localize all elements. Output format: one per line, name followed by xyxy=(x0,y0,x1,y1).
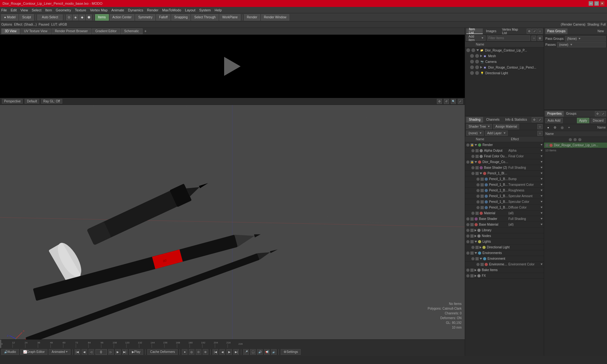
sh-expand-env[interactable] xyxy=(480,258,482,260)
sh-pencil-mat[interactable]: Pencil_1_Black_MAT ... xyxy=(465,171,544,176)
sh-eye-pgloss[interactable] xyxy=(476,189,480,192)
sh-eye-alpha[interactable] xyxy=(471,149,475,152)
sh-expand-render[interactable] xyxy=(475,144,477,146)
apply-button[interactable]: Apply xyxy=(577,118,589,123)
shader-tree-btn[interactable]: Shader Tree xyxy=(466,124,492,129)
sh-lock-pbump[interactable] xyxy=(481,178,484,181)
sh-material[interactable]: Material (all) xyxy=(465,210,544,216)
tab-info-statistics[interactable]: Info & Statistics xyxy=(503,117,530,123)
menu-layout[interactable]: Layout xyxy=(185,8,195,12)
transport-icon-4[interactable]: ▶| xyxy=(233,349,239,355)
graph-editor-button[interactable]: 📈 Graph Editor xyxy=(20,349,48,355)
groups-settings-icon[interactable]: ⚙ xyxy=(595,111,600,116)
sh-environment[interactable]: Environment xyxy=(465,256,544,262)
item-light[interactable]: 💡 Directional Light xyxy=(465,70,544,76)
il-filter-icon[interactable]: ☆ xyxy=(531,36,536,41)
falloff-button[interactable]: Falloff xyxy=(156,14,170,21)
sh-eye-bs[interactable] xyxy=(466,217,469,221)
sh-lock-bs[interactable] xyxy=(470,217,474,221)
eye-icon-light[interactable] xyxy=(470,71,474,75)
expand-scene-icon[interactable] xyxy=(476,49,479,51)
vp-reset-icon[interactable]: ↺ xyxy=(444,99,449,104)
sculpt-mode-button[interactable]: Sculpt xyxy=(19,14,34,21)
sh-lock-envm[interactable] xyxy=(481,263,484,266)
tab-render-preset[interactable]: Render Preset Browser xyxy=(52,28,91,34)
sh-eye-final[interactable] xyxy=(471,155,475,158)
sh-fav-icon[interactable]: ☆ xyxy=(537,124,543,129)
sh-eye-mat[interactable] xyxy=(471,212,475,215)
discard-button[interactable]: Discard xyxy=(591,118,606,123)
sh-eye-pdiff[interactable] xyxy=(476,206,480,209)
item-mesh[interactable]: ▣ Mesh xyxy=(465,53,544,59)
menu-help[interactable]: Help xyxy=(215,8,222,12)
select-through-button[interactable]: Select Through xyxy=(191,14,218,21)
sh-eye-lib[interactable] xyxy=(466,229,469,232)
action-center-button[interactable]: Action Center xyxy=(110,14,135,21)
speaker2-icon[interactable]: 📢 xyxy=(264,349,270,355)
next-key-button[interactable]: ▷ xyxy=(108,349,114,355)
menu-texture[interactable]: Texture xyxy=(75,8,86,12)
sh-lock-lights[interactable] xyxy=(470,240,474,243)
sh-eye-pmat[interactable] xyxy=(471,172,475,175)
render-eye-camera[interactable] xyxy=(475,60,479,64)
sh-eye-dior[interactable] xyxy=(466,161,469,164)
sh-lock-bs2[interactable] xyxy=(475,166,479,169)
status-icon-1[interactable]: ● xyxy=(182,349,187,355)
render-eye-scene[interactable] xyxy=(471,48,475,52)
sh-fx[interactable]: FX xyxy=(465,273,544,279)
sh-expand-lib[interactable] xyxy=(475,229,476,232)
sh-library[interactable]: Library xyxy=(465,228,544,233)
menu-dynamics[interactable]: Dynamics xyxy=(128,8,143,12)
3d-viewport[interactable]: 80 xyxy=(0,105,465,339)
sh-expand-dior[interactable] xyxy=(475,161,477,163)
tab-groups[interactable]: Groups xyxy=(564,111,579,117)
sh-eye-envm[interactable] xyxy=(476,263,480,266)
cache-deformers-button[interactable]: Cache Deformers xyxy=(147,349,178,355)
passes-select[interactable]: (none) xyxy=(557,42,606,47)
sh-lock-envs[interactable] xyxy=(470,252,474,255)
sh-environments[interactable]: Environments xyxy=(465,250,544,256)
render-eye-mesh[interactable] xyxy=(475,54,479,58)
headphone-icon[interactable]: 🎧 xyxy=(250,349,256,355)
sh-lock-lib[interactable] xyxy=(470,229,474,232)
sh-eye-bs2[interactable] xyxy=(471,166,475,169)
frame-input[interactable]: 0 xyxy=(95,349,107,355)
sh-pencil-specu2[interactable]: Pencil_1_Black_Specu... Specular Color xyxy=(465,199,544,205)
item-scene-root[interactable]: 📁 Dior_Rouge_Contour_Lip_P... xyxy=(465,47,544,53)
sh-base-material[interactable]: Base Material (all) xyxy=(465,222,544,228)
sh-lights[interactable]: Lights xyxy=(465,239,544,245)
assign-material-btn[interactable]: Assign Material xyxy=(493,124,519,129)
tab-3d-view[interactable]: 3D View xyxy=(1,28,20,34)
sh-lock-final[interactable] xyxy=(475,155,479,158)
menu-item[interactable]: Item xyxy=(45,8,52,12)
sh-nodes[interactable]: Nodes xyxy=(465,233,544,239)
sh-eye-lights[interactable] xyxy=(466,240,469,243)
sh-base-shader2[interactable]: Base Shader (2) Full Shading xyxy=(465,165,544,171)
add-tab-button[interactable]: + xyxy=(143,29,148,33)
menu-file[interactable]: File xyxy=(1,8,7,12)
sh-eye-pspec1[interactable] xyxy=(476,195,480,198)
effect-btn[interactable]: Effect: (Shadi...) xyxy=(14,23,37,26)
settings-button[interactable]: ⚙ Settings xyxy=(281,349,301,355)
pass-groups-select[interactable]: (None) xyxy=(565,36,606,41)
il-expand-icon[interactable]: ⤢ xyxy=(532,29,537,34)
play-button[interactable]: ▶ Play xyxy=(129,349,143,355)
gr-dior-item[interactable]: Dior_Rouge_Contour_Lip_Lin... xyxy=(544,143,607,148)
status-icon-4[interactable]: ⊚ xyxy=(203,349,208,355)
mode-icon-3[interactable]: ◆ xyxy=(79,15,85,20)
menu-animate[interactable]: Animate xyxy=(111,8,124,12)
menu-view[interactable]: View xyxy=(21,8,28,12)
eye-icon-mesh[interactable] xyxy=(470,54,474,58)
sh-lock-pspec1[interactable] xyxy=(481,195,484,198)
sh-eye-render[interactable] xyxy=(466,143,469,147)
menu-edit[interactable]: Edit xyxy=(11,8,17,12)
sh-lock-fx[interactable] xyxy=(470,274,474,277)
auto-select-button[interactable]: Auto Select xyxy=(37,15,63,20)
sh-lock-env[interactable] xyxy=(475,257,479,260)
sh-eye-envs[interactable] xyxy=(466,252,469,255)
new-pass-button[interactable]: New xyxy=(596,28,606,34)
sh-eye-pspec2[interactable] xyxy=(476,200,480,203)
timeline-ruler[interactable]: 0 12 24 36 48 60 72 84 96 xyxy=(0,340,465,348)
sh-pencil-bump[interactable]: Pencil_1_Black_MAT_... Bump xyxy=(465,176,544,182)
gr-eye-3[interactable] xyxy=(578,138,581,141)
